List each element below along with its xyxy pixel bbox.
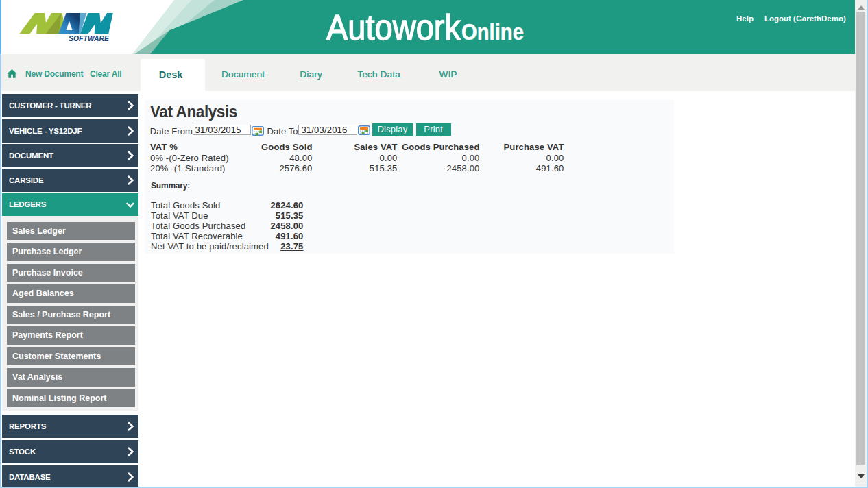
svg-text:Online: Online xyxy=(461,20,524,45)
svg-text:Autowork: Autowork xyxy=(326,8,461,47)
